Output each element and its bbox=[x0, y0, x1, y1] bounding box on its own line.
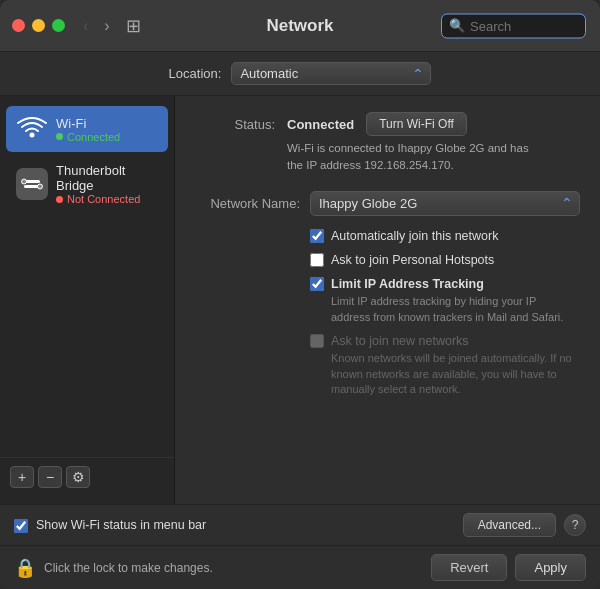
location-select-wrap: Automatic Edit Locations... ⌃ bbox=[231, 62, 431, 85]
network-select-wrap: Ihappy Globe 2G ⌃ bbox=[310, 191, 580, 216]
status-row: Status: Connected Turn Wi-Fi Off bbox=[195, 112, 580, 136]
lock-text: Click the lock to make changes. bbox=[44, 561, 213, 575]
new-networks-sub: Known networks will be joined automatica… bbox=[331, 351, 580, 397]
minimize-button[interactable] bbox=[32, 19, 45, 32]
status-desc-text: Wi-Fi is connected to Ihappy Globe 2G an… bbox=[287, 142, 529, 171]
status-label: Status: bbox=[195, 117, 275, 132]
svg-point-5 bbox=[22, 179, 27, 184]
action-network-button[interactable]: ⚙ bbox=[66, 466, 90, 488]
turn-wifi-off-button[interactable]: Turn Wi-Fi Off bbox=[366, 112, 467, 136]
wifi-item-name: Wi-Fi bbox=[56, 116, 120, 131]
thunderbolt-item-status: Not Connected bbox=[56, 193, 158, 205]
show-wifi-label: Show Wi-Fi status in menu bar bbox=[36, 518, 206, 532]
thunderbolt-icon bbox=[16, 168, 48, 200]
auto-join-row: Automatically join this network bbox=[310, 228, 580, 244]
thunderbolt-item-info: Thunderbolt Bridge Not Connected bbox=[56, 163, 158, 205]
limit-ip-checkbox[interactable] bbox=[310, 277, 324, 291]
limit-ip-section: Limit IP Address Tracking Limit IP addre… bbox=[310, 276, 580, 325]
lock-icon[interactable]: 🔒 bbox=[14, 557, 36, 579]
options-section: Automatically join this network Ask to j… bbox=[310, 228, 580, 398]
status-value: Connected bbox=[287, 117, 354, 132]
new-networks-section: Ask to join new networks Known networks … bbox=[310, 333, 580, 397]
sidebar-footer: + − ⚙ bbox=[0, 457, 174, 496]
nav-buttons: ‹ › bbox=[77, 15, 116, 37]
apply-button[interactable]: Apply bbox=[515, 554, 586, 581]
svg-point-1 bbox=[30, 133, 35, 138]
network-preferences-window: ‹ › ⊞ Network 🔍 Location: Automatic Edit… bbox=[0, 0, 600, 589]
limit-ip-sub: Limit IP address tracking by hiding your… bbox=[331, 294, 580, 325]
location-bar: Location: Automatic Edit Locations... ⌃ bbox=[0, 52, 600, 96]
auto-join-label: Automatically join this network bbox=[331, 228, 498, 244]
status-desc: Wi-Fi is connected to Ihappy Globe 2G an… bbox=[287, 140, 580, 175]
close-button[interactable] bbox=[12, 19, 25, 32]
search-box: 🔍 bbox=[441, 13, 586, 38]
limit-ip-row: Limit IP Address Tracking bbox=[310, 276, 580, 292]
page-title: Network bbox=[266, 16, 333, 36]
new-networks-checkbox[interactable] bbox=[310, 334, 324, 348]
wifi-icon bbox=[16, 113, 48, 145]
location-label: Location: bbox=[169, 66, 222, 81]
personal-hotspot-checkbox[interactable] bbox=[310, 253, 324, 267]
maximize-button[interactable] bbox=[52, 19, 65, 32]
footer: 🔒 Click the lock to make changes. Revert… bbox=[0, 545, 600, 589]
remove-network-button[interactable]: − bbox=[38, 466, 62, 488]
new-networks-row: Ask to join new networks bbox=[310, 333, 580, 349]
sidebar: Wi-Fi Connected bbox=[0, 96, 175, 504]
detail-panel: Status: Connected Turn Wi-Fi Off Wi-Fi i… bbox=[175, 96, 600, 504]
show-wifi-row: Show Wi-Fi status in menu bar bbox=[14, 518, 455, 533]
footer-buttons: Revert Apply bbox=[431, 554, 586, 581]
thunderbolt-status-dot bbox=[56, 196, 63, 203]
svg-point-6 bbox=[38, 184, 43, 189]
help-button[interactable]: ? bbox=[564, 514, 586, 536]
auto-join-checkbox[interactable] bbox=[310, 229, 324, 243]
location-select[interactable]: Automatic Edit Locations... bbox=[231, 62, 431, 85]
revert-button[interactable]: Revert bbox=[431, 554, 507, 581]
add-network-button[interactable]: + bbox=[10, 466, 34, 488]
thunderbolt-item-name: Thunderbolt Bridge bbox=[56, 163, 158, 193]
network-name-select[interactable]: Ihappy Globe 2G bbox=[310, 191, 580, 216]
titlebar: ‹ › ⊞ Network 🔍 bbox=[0, 0, 600, 52]
wifi-item-status: Connected bbox=[56, 131, 120, 143]
grid-icon[interactable]: ⊞ bbox=[126, 15, 141, 37]
lock-area: 🔒 Click the lock to make changes. bbox=[14, 557, 431, 579]
network-name-row: Network Name: Ihappy Globe 2G ⌃ bbox=[195, 191, 580, 216]
advanced-button[interactable]: Advanced... bbox=[463, 513, 556, 537]
forward-button[interactable]: › bbox=[98, 15, 115, 37]
personal-hotspot-label: Ask to join Personal Hotspots bbox=[331, 252, 494, 268]
main-content: Wi-Fi Connected bbox=[0, 96, 600, 504]
personal-hotspot-row: Ask to join Personal Hotspots bbox=[310, 252, 580, 268]
wifi-item-info: Wi-Fi Connected bbox=[56, 116, 120, 143]
wifi-status-dot bbox=[56, 133, 63, 140]
sidebar-item-wifi[interactable]: Wi-Fi Connected bbox=[6, 106, 168, 152]
network-name-label: Network Name: bbox=[195, 196, 300, 211]
search-icon: 🔍 bbox=[449, 18, 465, 33]
svg-rect-2 bbox=[16, 168, 48, 200]
show-wifi-checkbox[interactable] bbox=[14, 519, 28, 533]
titlebar-title: Network bbox=[266, 16, 333, 36]
traffic-lights bbox=[12, 19, 65, 32]
bottom-bar: Show Wi-Fi status in menu bar Advanced..… bbox=[0, 504, 600, 545]
limit-ip-label: Limit IP Address Tracking bbox=[331, 276, 484, 292]
back-button[interactable]: ‹ bbox=[77, 15, 94, 37]
sidebar-item-thunderbolt[interactable]: Thunderbolt Bridge Not Connected bbox=[6, 156, 168, 212]
new-networks-label: Ask to join new networks bbox=[331, 333, 469, 349]
